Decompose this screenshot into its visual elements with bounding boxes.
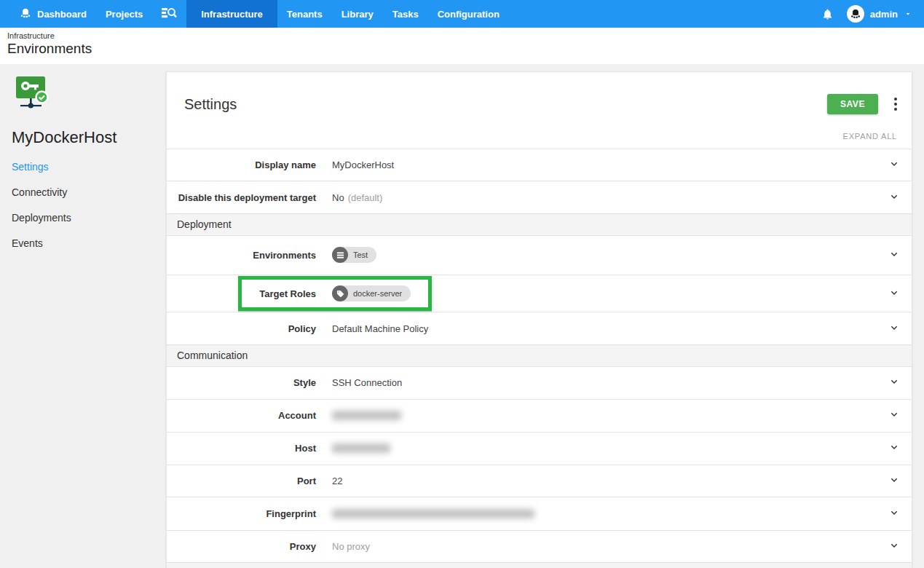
search-icon [162,7,177,21]
chevron-down-icon[interactable] [888,540,900,553]
chevron-down-icon[interactable] [888,376,900,390]
row-value: 22 [332,476,342,486]
page-title: Environments [7,41,924,57]
chevron-down-icon[interactable] [888,409,900,422]
row-value: SSH Connection [332,377,402,388]
nav-item-label: Tasks [392,9,419,20]
row-display-name[interactable]: Display name MyDockerHost [167,149,912,181]
nav-item-configuration[interactable]: Configuration [428,0,509,28]
row-environments[interactable]: Environments Test [167,235,912,275]
username-label: admin [870,9,898,20]
row-value: MyDockerHost [332,159,394,170]
sidebar-item-events[interactable]: Events [12,237,154,249]
row-value: No proxy [332,541,370,552]
row-label: Style [167,377,316,388]
nav-right: admin [821,0,924,28]
row-disable-target[interactable]: Disable this deployment target No (defau… [167,181,912,213]
row-label: Fingerprint [167,508,316,519]
card-title: Settings [184,96,827,113]
row-label: Target Roles [167,288,316,299]
row-style[interactable]: Style SSH Connection [167,366,912,399]
row-host[interactable]: Host [167,432,912,465]
redacted-value [332,411,401,420]
page-body: MyDockerHost Settings Connectivity Deplo… [0,64,924,568]
machine-name: MyDockerHost [12,128,154,147]
avatar [847,5,864,23]
chip-label: docker-server [353,289,402,298]
chevron-down-icon[interactable] [888,474,900,488]
overflow-menu-icon[interactable] [891,95,900,114]
breadcrumb: Infrastructure Environments [0,28,924,64]
row-value: No (default) [332,192,382,203]
environment-list-icon [332,247,348,263]
row-value: Test [332,247,376,263]
chip-label: Test [353,251,368,259]
row-label: Host [167,443,316,454]
nav-item-tasks[interactable]: Tasks [383,0,428,28]
row-label: Display name [167,159,316,170]
nav-item-label: Library [341,9,374,20]
chevron-down-icon [904,9,912,20]
next-section-partial [167,562,912,568]
top-nav: Dashboard Projects Infrastructure Tenant… [0,0,924,28]
nav-item-infrastructure[interactable]: Infrastructure [186,0,277,28]
sidebar-item-connectivity[interactable]: Connectivity [12,186,154,198]
sidebar-item-deployments[interactable]: Deployments [12,212,154,224]
nav-item-label: Configuration [438,9,499,20]
row-port[interactable]: Port 22 [167,465,912,497]
nav-items: Dashboard Projects Infrastructure Tenant… [0,0,821,28]
octopus-logo-icon [20,7,31,21]
row-fingerprint[interactable]: Fingerprint [167,497,912,529]
row-label: Account [167,410,316,421]
row-value: docker-server [332,285,411,301]
chevron-down-icon[interactable] [888,441,900,455]
row-value [332,509,534,518]
nav-item-library[interactable]: Library [332,0,383,28]
nav-item-dashboard[interactable]: Dashboard [10,0,96,28]
save-button[interactable]: SAVE [827,94,878,114]
row-label: Proxy [167,541,316,552]
row-account[interactable]: Account [167,399,912,431]
tag-icon [332,285,348,301]
user-menu[interactable]: admin [847,5,912,23]
chevron-down-icon[interactable] [888,322,900,336]
chevron-down-icon[interactable] [888,507,900,521]
row-label: Policy [167,323,316,334]
row-proxy[interactable]: Proxy No proxy [167,530,912,562]
nav-item-label: Dashboard [37,9,87,20]
nav-item-label: Projects [106,9,143,20]
machine-sidebar: MyDockerHost Settings Connectivity Deplo… [0,64,166,568]
chevron-down-icon[interactable] [888,191,900,205]
section-header-communication: Communication [167,344,912,366]
nav-item-search[interactable] [152,0,186,28]
row-policy[interactable]: Policy Default Machine Policy [167,312,912,344]
target-role-chip[interactable]: docker-server [332,285,411,301]
row-label: Port [167,476,316,486]
row-value-suffix: (default) [348,192,383,203]
chevron-down-icon[interactable] [888,158,900,172]
row-value [332,411,401,420]
card-header: Settings SAVE [167,72,912,114]
row-value: Default Machine Policy [332,323,428,334]
nav-item-label: Infrastructure [201,9,263,20]
notifications-bell-icon[interactable] [821,7,834,21]
row-target-roles[interactable]: Target Roles docker-server [167,275,912,312]
expand-all-row: EXPAND ALL [167,114,912,149]
nav-item-label: Tenants [287,9,323,20]
nav-item-projects[interactable]: Projects [96,0,152,28]
section-header-deployment: Deployment [167,213,912,235]
redacted-value [332,509,534,518]
sidebar-item-settings[interactable]: Settings [12,161,154,173]
settings-card: Settings SAVE EXPAND ALL Display name My… [166,71,912,568]
chevron-down-icon[interactable] [888,248,900,262]
row-label: Environments [167,250,316,261]
ssh-target-healthy-icon [12,103,50,114]
expand-all-button[interactable]: EXPAND ALL [843,132,897,141]
row-label: Disable this deployment target [167,192,316,203]
chevron-down-icon[interactable] [888,287,900,301]
nav-item-tenants[interactable]: Tenants [277,0,332,28]
breadcrumb-section[interactable]: Infrastructure [7,31,924,40]
environment-chip[interactable]: Test [332,247,376,263]
row-value [332,443,390,453]
row-value-main: No [332,192,344,203]
